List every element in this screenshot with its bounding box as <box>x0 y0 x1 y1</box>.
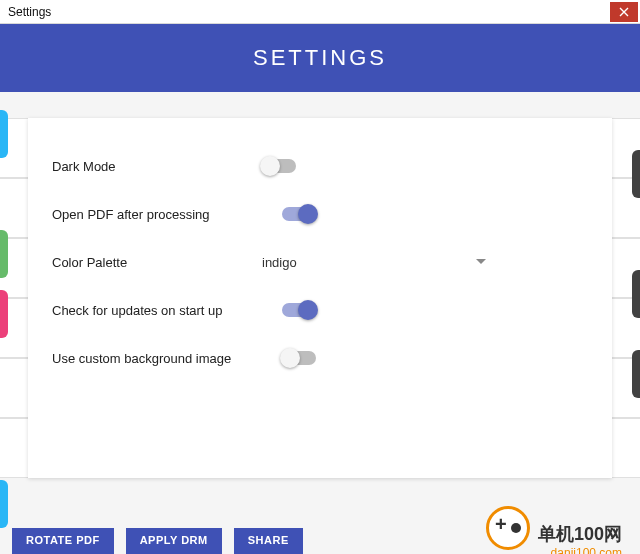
bg-button: ROTATE PDF <box>12 528 114 554</box>
setting-label: Check for updates on start up <box>52 303 282 318</box>
setting-row-dark-mode: Dark Mode <box>52 142 588 190</box>
dark-mode-toggle[interactable] <box>262 159 296 173</box>
setting-row-custom-bg: Use custom background image <box>52 334 588 382</box>
window-title: Settings <box>8 5 51 19</box>
close-icon <box>619 7 629 17</box>
dialog-title: SETTINGS <box>253 45 387 71</box>
setting-row-check-updates: Check for updates on start up <box>52 286 588 334</box>
open-pdf-toggle[interactable] <box>282 207 316 221</box>
watermark-text: 单机100网 <box>538 522 622 546</box>
setting-label: Use custom background image <box>52 351 282 366</box>
check-updates-toggle[interactable] <box>282 303 316 317</box>
color-palette-select[interactable]: indigo <box>262 249 492 276</box>
setting-label: Open PDF after processing <box>52 207 282 222</box>
bg-button: SHARE <box>234 528 303 554</box>
window-title-bar: Settings <box>0 0 640 24</box>
setting-label: Dark Mode <box>52 159 262 174</box>
setting-row-open-pdf: Open PDF after processing <box>52 190 588 238</box>
select-value: indigo <box>262 249 492 276</box>
settings-card: Dark Mode Open PDF after processing Colo… <box>28 118 612 478</box>
dialog-header: SETTINGS <box>0 24 640 92</box>
chevron-down-icon <box>476 259 486 264</box>
bg-button: APPLY DRM <box>126 528 222 554</box>
custom-bg-toggle[interactable] <box>282 351 316 365</box>
watermark-logo-icon <box>486 506 530 550</box>
close-button[interactable] <box>610 2 638 22</box>
watermark-url: danji100.com <box>551 546 622 554</box>
setting-label: Color Palette <box>52 255 262 270</box>
setting-row-color-palette: Color Palette indigo <box>52 238 588 286</box>
